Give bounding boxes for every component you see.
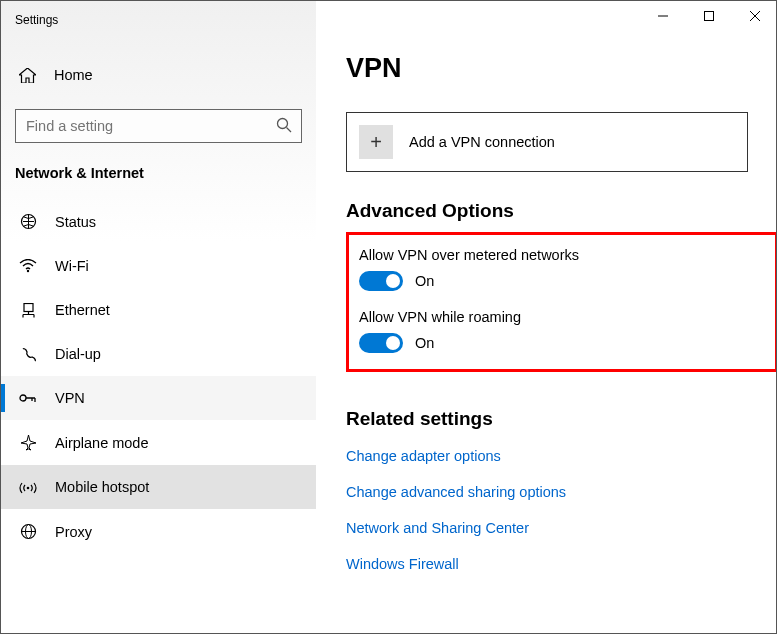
sidebar-item-airplane[interactable]: Airplane mode (1, 420, 316, 465)
sidebar-item-wifi[interactable]: Wi-Fi (1, 244, 316, 288)
nav-label: VPN (55, 390, 85, 406)
metered-toggle[interactable] (359, 271, 403, 291)
search-icon (276, 117, 292, 133)
wifi-icon (19, 259, 37, 273)
page-title: VPN (346, 53, 748, 84)
window-title: Settings (15, 13, 58, 27)
sidebar-item-vpn[interactable]: VPN (1, 376, 316, 420)
metered-state: On (415, 273, 434, 289)
svg-point-9 (20, 395, 26, 401)
main-content: VPN + Add a VPN connection Advanced Opti… (316, 1, 776, 633)
dialup-icon (19, 347, 37, 362)
sidebar-item-dialup[interactable]: Dial-up (1, 332, 316, 376)
section-heading: Network & Internet (15, 165, 302, 181)
nav-label: Wi-Fi (55, 258, 89, 274)
window-controls (640, 1, 777, 31)
highlighted-options: Allow VPN over metered networks On Allow… (346, 232, 776, 372)
add-vpn-label: Add a VPN connection (409, 134, 555, 150)
related-heading: Related settings (346, 408, 748, 430)
metered-label: Allow VPN over metered networks (359, 247, 655, 263)
svg-point-7 (27, 270, 29, 272)
proxy-icon (19, 523, 37, 540)
sidebar-item-hotspot[interactable]: Mobile hotspot (1, 465, 316, 509)
nav-label: Mobile hotspot (55, 479, 149, 495)
airplane-icon (19, 434, 37, 451)
minimize-button[interactable] (640, 1, 686, 31)
link-network-sharing[interactable]: Network and Sharing Center (346, 520, 748, 536)
roaming-toggle[interactable] (359, 333, 403, 353)
plus-icon: + (359, 125, 393, 159)
nav-label: Dial-up (55, 346, 101, 362)
home-icon (19, 68, 36, 83)
link-sharing-options[interactable]: Change advanced sharing options (346, 484, 748, 500)
nav-label: Proxy (55, 524, 92, 540)
sidebar-item-proxy[interactable]: Proxy (1, 509, 316, 554)
title-bar: Settings (1, 1, 316, 39)
home-label: Home (54, 67, 93, 83)
ethernet-icon (19, 303, 37, 318)
nav-label: Status (55, 214, 96, 230)
link-firewall[interactable]: Windows Firewall (346, 556, 748, 572)
sidebar-item-status[interactable]: Status (1, 199, 316, 244)
sidebar-item-ethernet[interactable]: Ethernet (1, 288, 316, 332)
maximize-button[interactable] (686, 1, 732, 31)
vpn-icon (19, 391, 37, 405)
svg-rect-8 (24, 303, 33, 311)
sidebar: Settings Home Network & Internet Status (1, 1, 316, 633)
svg-point-4 (278, 119, 288, 129)
status-icon (19, 213, 37, 230)
roaming-state: On (415, 335, 434, 351)
add-vpn-button[interactable]: + Add a VPN connection (346, 112, 748, 172)
hotspot-icon (19, 480, 37, 495)
link-adapter-options[interactable]: Change adapter options (346, 448, 748, 464)
home-button[interactable]: Home (1, 57, 316, 93)
nav-list: Status Wi-Fi Ethernet Dial-up VPN Airpla… (1, 199, 316, 554)
settings-window: Settings Home Network & Internet Status (1, 1, 776, 633)
svg-point-10 (27, 486, 30, 489)
roaming-label: Allow VPN while roaming (359, 309, 655, 325)
search-input[interactable] (15, 109, 302, 143)
nav-label: Airplane mode (55, 435, 149, 451)
svg-line-5 (287, 128, 292, 133)
advanced-heading: Advanced Options (346, 200, 748, 222)
svg-rect-1 (705, 12, 714, 21)
nav-label: Ethernet (55, 302, 110, 318)
search-container (15, 109, 302, 143)
close-button[interactable] (732, 1, 777, 31)
